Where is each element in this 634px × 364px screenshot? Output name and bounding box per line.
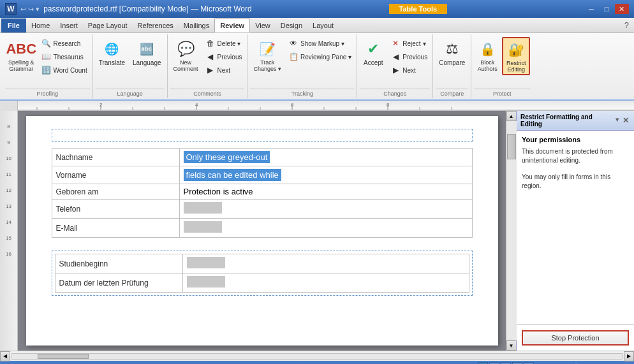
next-comment-icon: ▶ xyxy=(205,65,216,75)
field-value-geborenam: Protection is active xyxy=(184,187,253,196)
reviewing-pane-icon: 📋 xyxy=(288,52,299,62)
svg-rect-0 xyxy=(18,101,634,110)
reject-button[interactable]: ✕ Reject ▾ xyxy=(388,37,430,50)
ribbon-group-tracking: 📝 TrackChanges ▾ 👁 Show Markup ▾ 📋 Revie… xyxy=(247,34,357,98)
minimize-button[interactable]: ─ xyxy=(584,4,598,14)
spelling-grammar-button[interactable]: ABC Spelling &Grammar xyxy=(5,37,38,74)
menu-layout[interactable]: Layout xyxy=(307,18,339,33)
field-value-cell xyxy=(182,273,469,293)
delete-icon: 🗑 xyxy=(205,38,216,48)
doc-scroll-area[interactable]: Nachname Only these greyed-out Vorname f… xyxy=(18,111,506,351)
ribbon: ABC Spelling &Grammar 🔍 Research 📖 Thesa… xyxy=(0,33,634,101)
scroll-right-button[interactable]: ▶ xyxy=(624,351,634,361)
panel-title: Restrict Formatting and Editing xyxy=(520,113,614,127)
field-value-nachname: Only these greyed-out xyxy=(184,151,270,163)
reviewing-pane-button[interactable]: 📋 Reviewing Pane ▾ xyxy=(286,50,354,63)
delete-comment-button[interactable]: 🗑 Delete ▾ xyxy=(203,37,245,50)
previous-change-button[interactable]: ◀ Previous xyxy=(388,50,430,63)
proofing-items: ABC Spelling &Grammar 🔍 Research 📖 Thesa… xyxy=(5,36,90,89)
field-label: Telefon xyxy=(52,200,179,219)
menu-home[interactable]: Home xyxy=(26,18,55,33)
next-comment-button[interactable]: ▶ Next xyxy=(203,64,245,76)
word-count-icon: 🔢 xyxy=(41,65,52,75)
panel-dropdown-button[interactable]: ▾ xyxy=(614,116,620,125)
menu-review[interactable]: Review xyxy=(214,18,250,33)
changes-small-btns: ✕ Reject ▾ ◀ Previous ▶ Next xyxy=(388,37,430,76)
form-section-bottom: Studienbeginn Datum der letzten Prüfung xyxy=(52,251,473,296)
previous-comment-button[interactable]: ◀ Previous xyxy=(203,50,245,63)
table-row: Vorname fields can be edited while xyxy=(52,166,472,184)
compare-button[interactable]: ⚖ Compare xyxy=(436,37,468,68)
restrict-editing-button[interactable]: 🔐 RestrictEditing xyxy=(502,37,530,75)
track-changes-icon: 📝 xyxy=(257,39,277,59)
studienbeginn-input[interactable] xyxy=(187,257,225,268)
field-label: Geboren am xyxy=(52,184,179,200)
research-button[interactable]: 🔍 Research xyxy=(39,37,90,50)
horizontal-ruler: 2 4 6 8 xyxy=(18,101,634,110)
tracking-small-btns: 👁 Show Markup ▾ 📋 Reviewing Pane ▾ xyxy=(286,37,354,63)
horizontal-scroll-thumb[interactable] xyxy=(38,354,89,359)
file-menu[interactable]: File xyxy=(1,18,26,33)
track-changes-button[interactable]: 📝 TrackChanges ▾ xyxy=(250,37,284,74)
new-comment-icon: 💬 xyxy=(175,39,196,59)
word-count-button[interactable]: 🔢 Word Count xyxy=(39,64,90,76)
field-value-cell: fields can be edited while xyxy=(179,166,472,184)
menu-page-layout[interactable]: Page Layout xyxy=(83,18,133,33)
panel-close-button[interactable]: ✕ xyxy=(621,116,630,125)
ribbon-group-protect: 🔒 BlockAuthors 🔐 RestrictEditing Protect xyxy=(471,34,533,98)
panel-text-2: You may only fill in forms in this regio… xyxy=(522,173,629,191)
block-authors-icon: 🔒 xyxy=(477,39,498,59)
menu-design[interactable]: Design xyxy=(276,18,307,33)
next-change-icon: ▶ xyxy=(390,65,401,75)
datum-input[interactable] xyxy=(187,276,225,288)
ribbon-group-changes: ✔ Accept ✕ Reject ▾ ◀ Previous ▶ Next Ch… xyxy=(357,34,433,98)
horizontal-scroll-track[interactable] xyxy=(11,353,623,360)
protect-items: 🔒 BlockAuthors 🔐 RestrictEditing xyxy=(474,36,530,89)
help-icon[interactable]: ? xyxy=(624,20,629,30)
ruler-corner xyxy=(0,101,18,111)
thesaurus-button[interactable]: 📖 Thesaurus xyxy=(39,50,90,63)
language-label: Language xyxy=(96,89,165,97)
ribbon-group-proofing: ABC Spelling &Grammar 🔍 Research 📖 Thesa… xyxy=(3,34,93,98)
menu-view[interactable]: View xyxy=(250,18,276,33)
prev-change-icon: ◀ xyxy=(390,52,401,62)
compare-label: Compare xyxy=(436,89,468,97)
block-authors-button[interactable]: 🔒 BlockAuthors xyxy=(474,37,501,74)
translate-button[interactable]: 🌐 Translate xyxy=(96,37,128,68)
language-button[interactable]: 🔤 Language xyxy=(129,37,165,68)
comment-small-btns: 🗑 Delete ▾ ◀ Previous ▶ Next xyxy=(203,37,245,76)
ribbon-group-comments: 💬 NewComment 🗑 Delete ▾ ◀ Previous ▶ Nex… xyxy=(168,34,248,98)
scroll-track[interactable] xyxy=(506,121,517,340)
ribbon-group-language: 🌐 Translate 🔤 Language Language xyxy=(93,34,168,98)
title-text: passwordprotected.rtf [Compatibility Mod… xyxy=(43,4,252,13)
accept-button[interactable]: ✔ Accept xyxy=(360,37,387,68)
proofing-label: Proofing xyxy=(5,89,90,97)
close-button[interactable]: ✕ xyxy=(615,4,629,14)
panel-section-title: Your permissions xyxy=(522,136,629,143)
ribbon-group-compare: ⚖ Compare Compare xyxy=(433,34,471,98)
scroll-thumb[interactable] xyxy=(507,134,516,159)
scroll-up-button[interactable]: ▲ xyxy=(506,111,517,121)
show-markup-button[interactable]: 👁 Show Markup ▾ xyxy=(286,37,354,50)
scroll-down-button[interactable]: ▼ xyxy=(506,340,517,351)
field-value-cell xyxy=(179,219,472,238)
table-tools-tab: Table Tools xyxy=(389,4,448,14)
panel-title-bar: Restrict Formatting and Editing ▾ ✕ xyxy=(517,111,634,131)
new-comment-button[interactable]: 💬 NewComment xyxy=(170,37,202,74)
tracking-items: 📝 TrackChanges ▾ 👁 Show Markup ▾ 📋 Revie… xyxy=(250,36,354,89)
menu-references[interactable]: References xyxy=(133,18,179,33)
restore-button[interactable]: □ xyxy=(600,4,614,14)
telefon-input[interactable] xyxy=(184,202,222,214)
ruler-area: 2 4 6 8 xyxy=(0,101,634,111)
scroll-left-button[interactable]: ◀ xyxy=(0,351,10,361)
field-value-cell: Only these greyed-out xyxy=(179,149,472,166)
email-input[interactable] xyxy=(184,221,222,233)
bottom-scroll-area: ◀ ▶ xyxy=(0,351,634,361)
menu-mailings[interactable]: Mailings xyxy=(179,18,214,33)
menu-insert[interactable]: Insert xyxy=(55,18,83,33)
field-label: Studienbeginn xyxy=(55,254,182,273)
field-value-cell xyxy=(179,200,472,219)
stop-protection-button[interactable]: Stop Protection xyxy=(522,330,629,346)
next-change-button[interactable]: ▶ Next xyxy=(388,64,430,76)
field-label: Nachname xyxy=(52,149,179,166)
